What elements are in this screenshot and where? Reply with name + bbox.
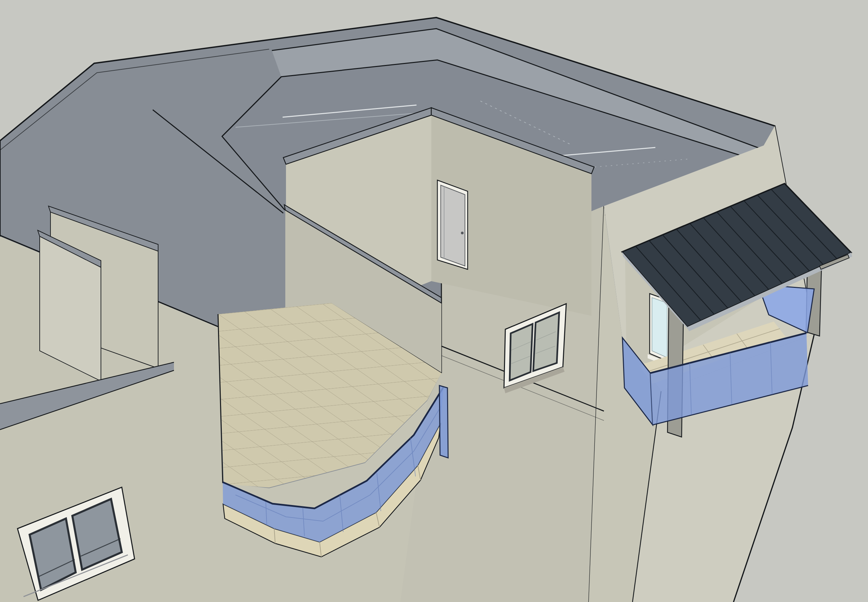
curved-balcony-corner-glass [439,385,448,458]
door-handle [461,232,464,234]
tower-window-right-pane [533,312,559,371]
interior-door [437,180,468,269]
tower-window-left-pane [510,324,533,381]
model-viewport[interactable] [0,0,868,602]
